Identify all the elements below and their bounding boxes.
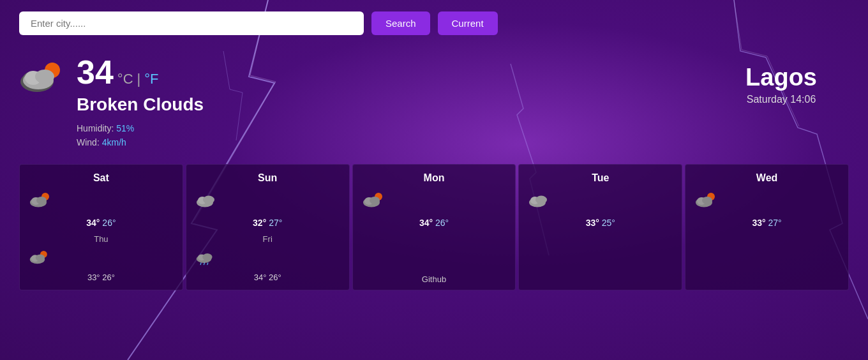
svg-point-34 [702,197,712,204]
forecast-sub-temps: 33° 26° [29,273,174,282]
search-button[interactable]: Search [371,11,430,35]
forecast-temps: 32° 27° [195,218,340,228]
forecast-day: Tue [528,172,673,184]
forecast-temps: 33° 27° [694,218,839,228]
humidity-text: Humidity: 51% [77,123,849,133]
temperature-value: 34 [77,53,114,91]
forecast-sub-day: Fri [195,234,340,244]
header: Search Current [0,0,868,47]
svg-point-6 [35,70,54,84]
forecast-day: Mon [362,172,507,184]
unit-celsius[interactable]: °C [117,71,133,87]
search-input[interactable] [19,11,364,35]
city-name: Lagos [745,64,817,91]
unit-fahrenheit[interactable]: °F [144,71,158,87]
svg-point-10 [36,197,47,204]
forecast-card: Sat 34° 26° Thu 33° 26° [19,164,183,290]
city-info-section: Lagos Saturday 14:06 [745,64,817,105]
forecast-sub-icon [195,248,340,270]
forecast-icon [362,189,507,214]
svg-point-27 [370,197,380,204]
svg-point-14 [36,254,45,261]
forecast-icon [694,189,839,214]
forecast-temps: 33° 25° [528,218,673,228]
main-weather-section: 34 °C | °F Broken Clouds Humidity: 51% W… [0,53,868,151]
city-datetime: Saturday 14:06 [745,94,817,105]
unit-divider: | [137,71,141,87]
forecast-day: Sat [29,172,174,184]
svg-line-21 [200,262,201,264]
forecast-sub-temps: 34° 26° [195,273,340,282]
forecast-icon [29,189,174,214]
forecast-temps: 34° 26° [29,218,174,228]
svg-point-30 [535,195,547,204]
forecast-row: Sat 34° 26° Thu 33° 26° Sun [0,164,868,290]
forecast-card: Mon 34° 26° [352,164,516,290]
weather-description: Broken Clouds [77,94,849,116]
forecast-temps: 34° 26° [362,218,507,228]
current-button[interactable]: Current [438,11,498,35]
github-link[interactable]: Github [422,274,446,284]
weather-details: Humidity: 51% Wind: 4km/h [77,123,849,147]
forecast-card: Wed 33° 27° [685,164,849,290]
svg-line-22 [204,262,204,264]
forecast-card: Tue 33° 25° [518,164,682,290]
forecast-icon [195,189,340,214]
wind-text: Wind: 4km/h [77,137,849,147]
temperature-section: 34 °C | °F Broken Clouds Humidity: 51% W… [77,53,849,151]
forecast-sub-day: Thu [29,234,174,244]
forecast-day: Sun [195,172,340,184]
forecast-card: Sun 32° 27° Fri 34° 26° [186,164,350,290]
svg-point-20 [202,253,212,260]
forecast-day: Wed [694,172,839,184]
forecast-sub-icon [29,248,174,270]
forecast-icon [528,189,673,214]
svg-line-23 [207,262,208,264]
svg-point-17 [203,195,214,204]
weather-icon-main [19,56,70,103]
